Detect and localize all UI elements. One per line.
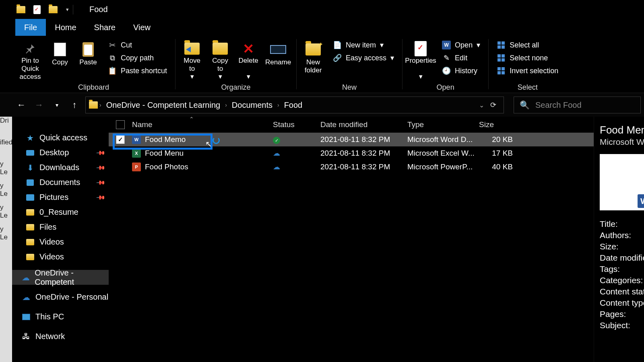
file-size: 40 KB xyxy=(479,162,515,171)
select-none-button[interactable]: Select none xyxy=(493,53,561,63)
tab-view[interactable]: View xyxy=(124,19,159,36)
save-icon[interactable] xyxy=(31,4,43,15)
row-checkbox[interactable] xyxy=(116,162,125,171)
chevron-down-icon[interactable]: ▾ xyxy=(66,6,69,12)
new-item-button[interactable]: 📄New item ▾ xyxy=(330,40,397,50)
column-date[interactable]: Date modified xyxy=(320,120,407,129)
select-all-button[interactable]: Select all xyxy=(493,40,561,50)
sidebar-item-pictures[interactable]: Pictures📌 xyxy=(12,190,109,205)
column-type[interactable]: Type xyxy=(407,120,479,129)
new-folder-button[interactable]: New folder xyxy=(299,38,327,81)
file-size: 20 KB xyxy=(479,135,515,144)
delete-icon: ✕ xyxy=(243,45,254,53)
divider xyxy=(73,5,73,14)
folder-icon-2[interactable] xyxy=(47,4,59,15)
sidebar-item-onedrive-personal[interactable]: ☁OneDrive - Personal xyxy=(12,290,109,304)
row-checkbox[interactable] xyxy=(116,135,125,144)
sidebar-item-videos-2[interactable]: Videos xyxy=(12,249,109,264)
sidebar-item-downloads[interactable]: ⬇Downloads📌 xyxy=(12,160,109,175)
paste-shortcut-button[interactable]: 📋Paste shortcut xyxy=(105,66,170,76)
sidebar-item-network[interactable]: 🖧Network xyxy=(12,329,109,344)
invert-selection-button[interactable]: Invert selection xyxy=(493,66,561,76)
refresh-button[interactable]: ⟳ xyxy=(486,101,500,109)
details-field: Content status: xyxy=(600,287,644,296)
file-row[interactable]: XFood Menu☁2021-08-11 8:32 PMMicrosoft E… xyxy=(109,146,594,160)
edit-button[interactable]: ✎Edit xyxy=(439,53,483,63)
details-title: Food Memo xyxy=(600,124,644,136)
chevron-down-icon: ▾ xyxy=(247,65,250,81)
row-checkbox[interactable] xyxy=(116,149,125,158)
breadcrumb-food[interactable]: Food xyxy=(281,101,306,110)
file-name: Food Photos xyxy=(145,162,188,171)
cloud-icon: ☁ xyxy=(22,293,31,302)
open-button[interactable]: WOpen ▾ xyxy=(439,40,483,50)
back-button[interactable]: ← xyxy=(14,98,28,112)
details-field: Categories: xyxy=(600,276,644,285)
history-icon: 🕘 xyxy=(442,66,451,75)
copy-button[interactable]: Copy xyxy=(46,38,74,81)
file-date: 2021-08-11 8:32 PM xyxy=(320,162,407,171)
delete-button[interactable]: ✕ Delete▾ xyxy=(234,38,262,81)
tab-file[interactable]: File xyxy=(15,19,46,36)
chevron-right-icon[interactable]: › xyxy=(277,102,279,108)
breadcrumb-documents[interactable]: Documents xyxy=(229,101,276,110)
cursor-icon: ↖ xyxy=(205,139,212,149)
details-pane: Food Memo Microsoft Word W Title:Authors… xyxy=(594,117,644,362)
group-label: Organize xyxy=(221,83,251,92)
chevron-down-icon: ▾ xyxy=(380,41,384,49)
tab-share[interactable]: Share xyxy=(85,19,124,36)
paste-shortcut-icon: 📋 xyxy=(108,66,117,75)
sidebar-item-videos[interactable]: Videos xyxy=(12,234,109,249)
sidebar-item-files[interactable]: Files xyxy=(12,220,109,234)
address-bar[interactable]: ›OneDrive - Competent Learning›Documents… xyxy=(85,97,504,113)
cut-button[interactable]: ✂Cut xyxy=(105,40,170,50)
rename-button[interactable]: Rename xyxy=(262,38,294,81)
sidebar-item-resume[interactable]: 0_Resume xyxy=(12,205,109,220)
properties-button[interactable]: Properties▾ xyxy=(405,38,436,81)
chevron-right-icon[interactable]: › xyxy=(225,102,227,108)
details-field: Tags: xyxy=(600,264,644,274)
breadcrumb-onedrive[interactable]: OneDrive - Competent Learning xyxy=(103,101,223,110)
chevron-down-icon[interactable]: ⌄ xyxy=(479,101,484,109)
column-name[interactable]: Name xyxy=(132,120,273,129)
easy-access-button[interactable]: 🔗Easy access ▾ xyxy=(330,53,397,63)
tab-home[interactable]: Home xyxy=(46,19,85,36)
status-synced-icon: ✓ xyxy=(273,137,280,144)
copy-path-button[interactable]: ⧉Copy path xyxy=(105,53,170,63)
file-row[interactable]: WFood Memo✓2021-08-11 8:32 PMMicrosoft W… xyxy=(109,133,594,146)
recent-locations-button[interactable]: ▾ xyxy=(50,98,64,112)
sidebar-item-documents[interactable]: Documents📌 xyxy=(12,175,109,190)
forward-button[interactable]: → xyxy=(32,98,46,112)
folder-icon xyxy=(26,223,35,232)
nav-row: ← → ▾ ↑ ›OneDrive - Competent Learning›D… xyxy=(0,93,644,117)
column-status[interactable]: Status xyxy=(273,120,320,129)
pin-icon xyxy=(24,42,37,55)
file-name: Food Memo xyxy=(145,135,186,144)
sidebar-item-quick-access[interactable]: ★Quick access xyxy=(12,130,109,145)
select-none-icon xyxy=(497,53,506,62)
up-button[interactable]: ↑ xyxy=(68,98,81,112)
sidebar-item-onedrive-competent[interactable]: ☁OneDrive - Competent xyxy=(12,270,109,285)
details-field: Subject: xyxy=(600,321,644,330)
move-to-button[interactable]: Move to ▾ xyxy=(178,38,206,81)
ribbon-group-clipboard: Pin to Quick access Copy Paste ✂Cut ⧉Cop… xyxy=(12,36,175,93)
sidebar-item-this-pc[interactable]: This PC xyxy=(12,309,109,324)
documents-icon xyxy=(26,178,35,187)
paste-button[interactable]: Paste xyxy=(74,38,102,81)
details-field: Pages: xyxy=(600,309,644,319)
copy-to-button[interactable]: Copy to ▾ xyxy=(206,38,234,81)
ppt-file-icon: P xyxy=(132,162,141,171)
search-input[interactable]: 🔍 Search Food xyxy=(514,97,641,113)
history-button[interactable]: 🕘History xyxy=(439,66,483,76)
chevron-right-icon[interactable]: › xyxy=(99,102,101,108)
scissors-icon: ✂ xyxy=(108,41,117,49)
folder-icon xyxy=(26,208,35,217)
file-row[interactable]: PFood Photos☁2021-08-11 8:32 PMMicrosoft… xyxy=(109,160,594,174)
desktop-icon xyxy=(26,148,35,157)
new-folder-icon xyxy=(305,43,321,56)
select-all-checkbox[interactable] xyxy=(116,120,125,129)
downloads-icon: ⬇ xyxy=(26,163,35,172)
pin-to-quick-access-button[interactable]: Pin to Quick access xyxy=(14,38,46,81)
column-size[interactable]: Size xyxy=(479,120,515,129)
sidebar-item-desktop[interactable]: Desktop📌 xyxy=(12,145,109,160)
